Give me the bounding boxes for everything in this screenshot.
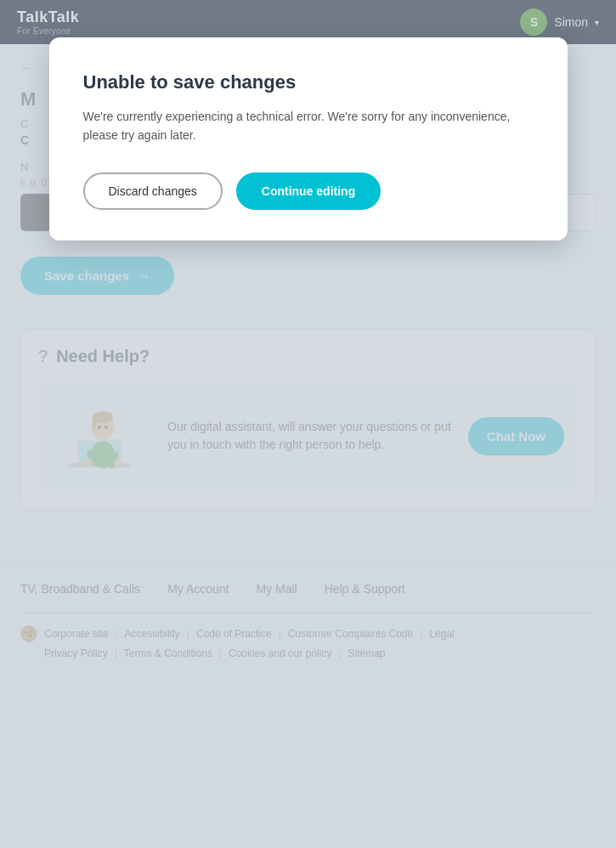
discard-changes-button[interactable]: Discard changes	[83, 172, 223, 210]
continue-editing-button[interactable]: Continue editing	[236, 172, 381, 210]
modal-body: We're currently experiencing a technical…	[83, 107, 534, 145]
modal-actions: Discard changes Continue editing	[83, 172, 534, 210]
modal-overlay: Unable to save changes We're currently e…	[0, 0, 616, 848]
modal-title: Unable to save changes	[83, 71, 534, 93]
error-modal: Unable to save changes We're currently e…	[49, 37, 568, 240]
